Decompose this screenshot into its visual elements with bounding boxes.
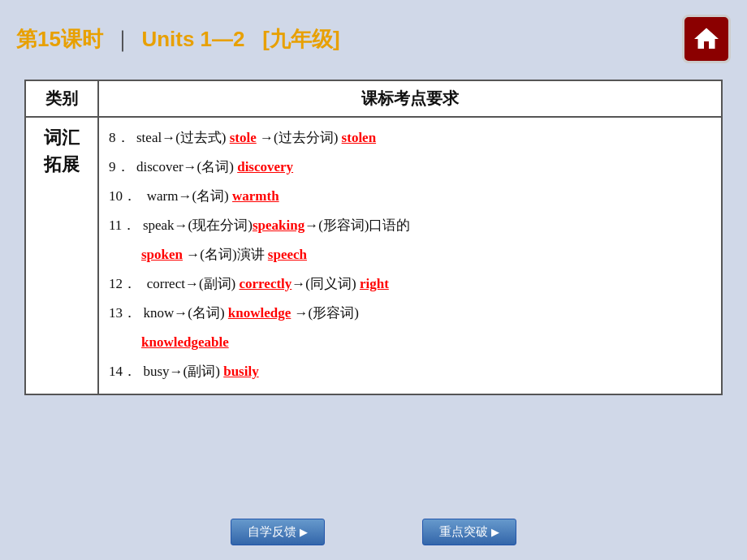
item8-text1: steal→(过去式) bbox=[133, 130, 230, 145]
col1-header: 类别 bbox=[25, 80, 98, 117]
item11-text2: →(形容词)口语的 bbox=[304, 218, 410, 233]
home-button[interactable] bbox=[682, 15, 731, 63]
item8-num: 8． bbox=[109, 130, 130, 145]
main-content: 类别 课标考点要求 词汇拓展 8． steal→(过去式) stole →(过去… bbox=[24, 80, 723, 395]
item13-ans2: knowledgeable bbox=[141, 334, 229, 350]
table-row: 词汇拓展 8． steal→(过去式) stole →(过去分词) stolen… bbox=[25, 117, 722, 394]
units-label: Units 1—2 bbox=[141, 27, 244, 51]
item12-num: 12． bbox=[109, 276, 136, 291]
header: 第15课时 ｜ Units 1—2 [九年级] bbox=[0, 0, 747, 71]
item-10: 10． warm→(名词) warmth bbox=[109, 183, 711, 210]
item11-text1: speak→(现在分词) bbox=[140, 218, 253, 233]
item-11: 11． speak→(现在分词)speaking→(形容词)口语的 bbox=[109, 212, 711, 239]
self-study-button[interactable]: 自学反馈 ▶ bbox=[231, 519, 325, 545]
item12-text2: →(同义词) bbox=[291, 276, 360, 291]
home-icon bbox=[692, 24, 721, 54]
item10-ans1: warmth bbox=[232, 188, 279, 204]
separator: ｜ bbox=[112, 27, 132, 51]
lesson-number: 第15课时 bbox=[16, 27, 103, 51]
vocab-table: 类别 课标考点要求 词汇拓展 8． steal→(过去式) stole →(过去… bbox=[24, 80, 723, 395]
item9-ans1: discovery bbox=[237, 159, 293, 174]
item12-text1: correct→(副词) bbox=[140, 276, 239, 291]
item11-num: 11． bbox=[109, 218, 136, 233]
item-13b: knowledgeable bbox=[109, 329, 711, 356]
item10-num: 10． bbox=[109, 188, 136, 204]
content-cell: 8． steal→(过去式) stole →(过去分词) stolen 9． d… bbox=[98, 117, 722, 394]
category-cell: 词汇拓展 bbox=[25, 117, 98, 394]
item9-text1: discover→(名词) bbox=[133, 159, 237, 174]
item-14: 14． busy→(副词) busily bbox=[109, 358, 711, 386]
item13-text2: →(形容词) bbox=[291, 305, 359, 321]
item8-ans2: stolen bbox=[342, 130, 377, 145]
item13-num: 13． bbox=[109, 305, 136, 321]
btn1-label: 自学反馈 bbox=[248, 524, 296, 540]
item-13: 13． know→(名词) knowledge →(形容词) bbox=[109, 299, 711, 327]
item-11b: spoken →(名词)演讲 speech bbox=[109, 241, 711, 269]
item11-text3: →(名词)演讲 bbox=[186, 247, 268, 262]
item-9: 9． discover→(名词) discovery bbox=[109, 153, 711, 181]
footer: 自学反馈 ▶ 重点突破 ▶ bbox=[0, 519, 747, 545]
btn1-arrow: ▶ bbox=[300, 526, 308, 538]
item11-ans2: spoken bbox=[141, 247, 183, 262]
item13-text1: know→(名词) bbox=[140, 305, 228, 321]
item9-num: 9． bbox=[109, 159, 130, 174]
item12-ans2: right bbox=[360, 276, 389, 291]
col2-header: 课标考点要求 bbox=[98, 80, 722, 117]
item14-ans1: busily bbox=[223, 364, 258, 379]
item11-ans1: speaking bbox=[253, 218, 304, 233]
item10-text1: warm→(名词) bbox=[140, 188, 232, 204]
page-title: 第15课时 ｜ Units 1—2 [九年级] bbox=[16, 25, 340, 54]
item8-ans1: stole bbox=[230, 130, 257, 145]
item14-text1: busy→(副词) bbox=[140, 364, 223, 379]
btn2-arrow: ▶ bbox=[491, 526, 499, 538]
item-12: 12． correct→(副词) correctly→(同义词) right bbox=[109, 270, 711, 298]
btn2-label: 重点突破 bbox=[439, 524, 488, 540]
item8-text2: →(过去分词) bbox=[260, 130, 342, 145]
grade-label: [九年级] bbox=[262, 27, 339, 51]
item13-ans1: knowledge bbox=[228, 305, 291, 321]
key-points-button[interactable]: 重点突破 ▶ bbox=[422, 519, 516, 545]
item11-ans3: speech bbox=[268, 247, 307, 262]
category-label: 词汇拓展 bbox=[36, 124, 88, 178]
item14-num: 14． bbox=[109, 364, 136, 379]
item12-ans1: correctly bbox=[240, 276, 292, 291]
item-8: 8． steal→(过去式) stole →(过去分词) stolen bbox=[109, 124, 711, 152]
